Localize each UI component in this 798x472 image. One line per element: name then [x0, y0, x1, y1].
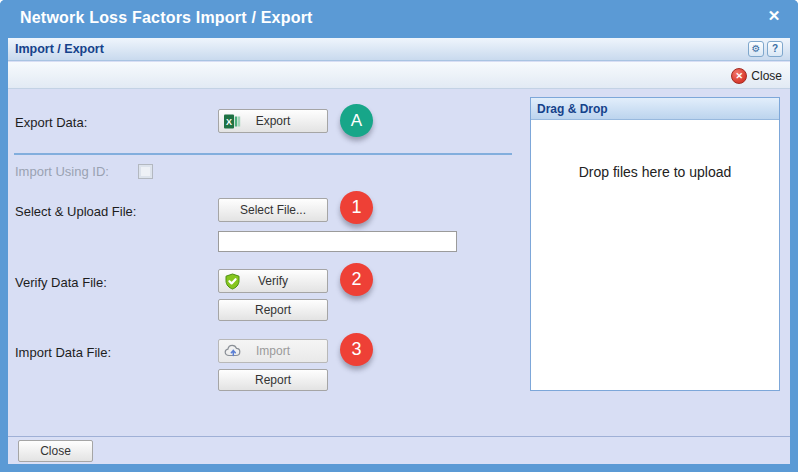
drag-drop-header: Drag & Drop — [531, 98, 779, 120]
verify-data-file-label: Verify Data File: — [15, 275, 107, 290]
panel-title: Import / Export — [15, 42, 104, 56]
import-data-file-label: Import Data File: — [15, 345, 111, 360]
import-export-form: Export Data: X Export A Import Using ID: — [8, 89, 790, 436]
import-using-id-label: Import Using ID: — [15, 164, 109, 179]
verify-button[interactable]: Verify — [218, 269, 328, 293]
excel-icon: X — [224, 113, 241, 130]
import-button-label: Import — [256, 344, 290, 358]
window-close-icon[interactable]: ✕ — [764, 7, 784, 27]
svg-text:X: X — [226, 117, 232, 127]
import-report-button[interactable]: Report — [218, 369, 328, 391]
drag-drop-message: Drop files here to upload — [531, 120, 779, 180]
step-badge-2: 2 — [340, 263, 373, 296]
dialog-footer: Close — [8, 436, 790, 464]
footer-close-button-label: Close — [40, 444, 71, 458]
shield-check-icon — [224, 273, 241, 290]
select-file-button-label: Select File... — [240, 203, 306, 217]
gear-icon[interactable]: ⚙ — [748, 41, 764, 57]
step-badge-1: 1 — [340, 191, 373, 224]
section-divider — [14, 153, 512, 155]
verify-report-button-label: Report — [255, 303, 291, 317]
help-icon[interactable]: ? — [767, 41, 783, 57]
export-data-label: Export Data: — [15, 115, 87, 130]
dialog-body: Import / Export ⚙ ? ✕ Close Export Data:… — [8, 38, 790, 464]
step-badge-a: A — [340, 104, 373, 137]
toolbar-close-label: Close — [751, 69, 782, 83]
export-button[interactable]: X Export — [218, 109, 328, 133]
verify-report-button[interactable]: Report — [218, 299, 328, 321]
step-badge-3: 3 — [340, 333, 373, 366]
cloud-upload-icon — [224, 343, 241, 360]
verify-button-label: Verify — [258, 274, 288, 288]
export-button-label: Export — [256, 114, 291, 128]
drag-drop-zone[interactable]: Drop files here to upload — [531, 120, 779, 390]
import-button[interactable]: Import — [218, 339, 328, 363]
import-using-id-checkbox[interactable] — [138, 164, 153, 179]
dialog-window: Network Loss Factors Import / Export ✕ I… — [0, 0, 798, 472]
toolbar-close-button[interactable]: ✕ Close — [731, 66, 782, 85]
import-report-button-label: Report — [255, 373, 291, 387]
select-file-button[interactable]: Select File... — [218, 198, 328, 222]
toolbar: ✕ Close — [8, 62, 790, 89]
dialog-title: Network Loss Factors Import / Export — [20, 9, 313, 27]
footer-close-button[interactable]: Close — [18, 440, 93, 462]
drag-drop-panel[interactable]: Drag & Drop Drop files here to upload — [530, 97, 780, 391]
select-upload-file-label: Select & Upload File: — [15, 204, 136, 219]
title-bar: Network Loss Factors Import / Export ✕ — [0, 0, 798, 38]
panel-header: Import / Export ⚙ ? — [8, 38, 790, 61]
file-path-input[interactable] — [218, 231, 457, 252]
close-circle-icon: ✕ — [731, 68, 747, 84]
